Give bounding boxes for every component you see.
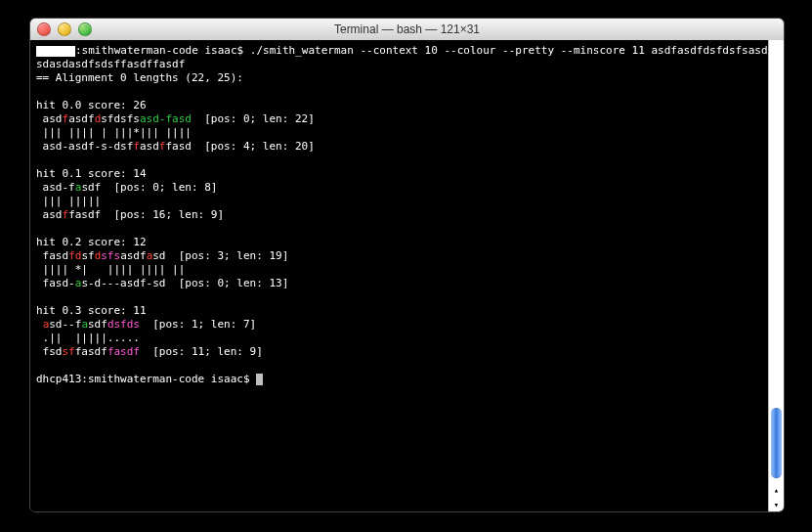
close-icon[interactable] bbox=[37, 22, 51, 36]
cursor bbox=[256, 374, 263, 385]
terminal-body[interactable]: :smithwaterman-code isaac$ ./smith_water… bbox=[30, 40, 769, 511]
window-title: Terminal — bash — 121×31 bbox=[30, 22, 784, 36]
redacted-host bbox=[36, 46, 75, 57]
scrollbar[interactable]: ▴ ▾ bbox=[768, 40, 784, 511]
terminal-window: Terminal — bash — 121×31 :smithwaterman-… bbox=[29, 18, 785, 512]
titlebar[interactable]: Terminal — bash — 121×31 bbox=[30, 19, 784, 41]
scroll-down-icon[interactable]: ▾ bbox=[769, 497, 784, 511]
scrollbar-thumb[interactable] bbox=[771, 408, 782, 478]
minimize-icon[interactable] bbox=[58, 22, 71, 36]
scroll-up-icon[interactable]: ▴ bbox=[769, 482, 784, 497]
zoom-icon[interactable] bbox=[78, 22, 92, 36]
